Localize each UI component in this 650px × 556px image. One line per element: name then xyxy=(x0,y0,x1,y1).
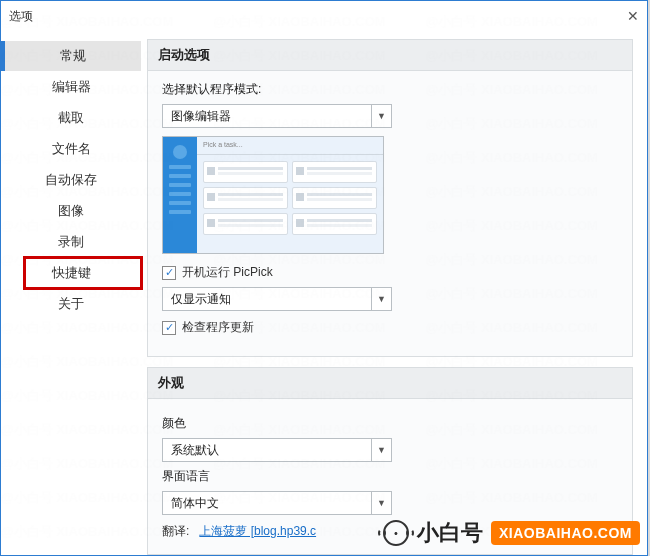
sidebar-item-filename[interactable]: 文件名 xyxy=(1,134,141,164)
color-label: 颜色 xyxy=(162,415,618,432)
default-mode-label: 选择默认程序模式: xyxy=(162,81,618,98)
startup-group-title: 启动选项 xyxy=(148,40,632,71)
appearance-group: 外观 颜色 系统默认 ▼ 界面语言 简体中文 ▼ 翻译: 上海菠萝 [blog.… xyxy=(147,367,633,555)
sidebar-item-editor[interactable]: 编辑器 xyxy=(1,72,141,102)
default-mode-select[interactable]: 图像编辑器 ▼ xyxy=(162,104,392,128)
update-label: 检查程序更新 xyxy=(182,319,254,336)
sidebar-item-hotkeys[interactable]: 快捷键 xyxy=(1,258,141,288)
language-select[interactable]: 简体中文 ▼ xyxy=(162,491,392,515)
autostart-checkbox[interactable]: ✓ xyxy=(162,266,176,280)
translate-row: 翻译: 上海菠萝 [blog.hp39.c xyxy=(162,523,618,540)
autostart-checkbox-row: ✓ 开机运行 PicPick xyxy=(162,264,618,281)
translate-prefix: 翻译: xyxy=(162,524,189,538)
language-label: 界面语言 xyxy=(162,468,618,485)
update-checkbox-row: ✓ 检查程序更新 xyxy=(162,319,618,336)
appearance-group-title: 外观 xyxy=(148,368,632,399)
options-window: 选项 ✕ 常规 编辑器 截取 文件名 自动保存 图像 录制 快捷键 关于 启动选… xyxy=(0,0,648,556)
notify-select[interactable]: 仅显示通知 ▼ xyxy=(162,287,392,311)
sidebar-item-autosave[interactable]: 自动保存 xyxy=(1,165,141,195)
startup-group: 启动选项 选择默认程序模式: 图像编辑器 ▼ Pick a task... xyxy=(147,39,633,357)
sidebar-item-general[interactable]: 常规 xyxy=(1,41,141,71)
autostart-label: 开机运行 PicPick xyxy=(182,264,273,281)
sidebar: 常规 编辑器 截取 文件名 自动保存 图像 录制 快捷键 关于 xyxy=(1,31,141,555)
close-icon[interactable]: ✕ xyxy=(609,8,639,24)
main-panel: 启动选项 选择默认程序模式: 图像编辑器 ▼ Pick a task... xyxy=(141,31,647,555)
sidebar-item-image[interactable]: 图像 xyxy=(1,196,141,226)
color-select[interactable]: 系统默认 ▼ xyxy=(162,438,392,462)
chevron-down-icon: ▼ xyxy=(371,288,391,310)
titlebar: 选项 ✕ xyxy=(1,1,647,31)
chevron-down-icon: ▼ xyxy=(371,105,391,127)
sidebar-item-about[interactable]: 关于 xyxy=(1,289,141,319)
chevron-down-icon: ▼ xyxy=(371,439,391,461)
mode-preview-thumbnail: Pick a task... xyxy=(162,136,384,254)
chevron-down-icon: ▼ xyxy=(371,492,391,514)
sidebar-item-record[interactable]: 录制 xyxy=(1,227,141,257)
window-title: 选项 xyxy=(9,8,33,25)
translate-link[interactable]: 上海菠萝 [blog.hp39.c xyxy=(199,524,316,538)
update-checkbox[interactable]: ✓ xyxy=(162,321,176,335)
sidebar-item-capture[interactable]: 截取 xyxy=(1,103,141,133)
